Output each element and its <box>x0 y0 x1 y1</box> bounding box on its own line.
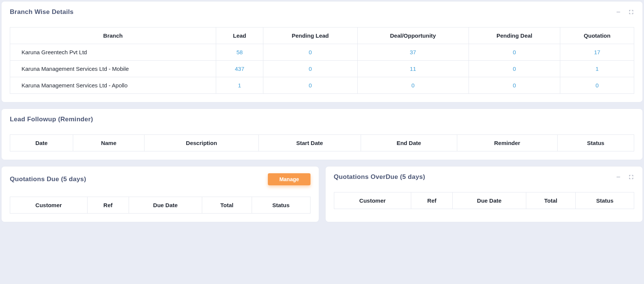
link-value[interactable]: 437 <box>235 66 244 72</box>
card-title: Quotations OverDue (5 days) <box>334 173 425 181</box>
cell-pending-deal[interactable]: 0 <box>469 61 560 77</box>
followup-table: Date Name Description Start Date End Dat… <box>10 134 634 151</box>
col-total: Total <box>202 197 252 214</box>
link-value[interactable]: 0 <box>596 82 599 89</box>
col-description: Description <box>144 135 258 151</box>
col-total: Total <box>526 192 576 209</box>
cell-lead[interactable]: 58 <box>216 44 263 61</box>
quotation-row: Quotations Due (5 days) Manage Customer … <box>2 166 642 222</box>
cell-pending-deal[interactable]: 0 <box>469 44 560 61</box>
lead-followup-card: Lead Followup (Reminder) Date Name Descr… <box>2 109 642 160</box>
cell-pending-lead[interactable]: 0 <box>263 77 357 94</box>
link-value[interactable]: 0 <box>309 82 312 89</box>
table-header-row: Branch Lead Pending Lead Deal/Opportunit… <box>10 27 634 44</box>
card-header: Quotations Due (5 days) Manage <box>10 173 310 185</box>
minimize-icon[interactable] <box>615 174 621 180</box>
col-deal: Deal/Opportunity <box>357 27 469 44</box>
col-customer: Customer <box>10 197 88 214</box>
col-quotation: Quotation <box>560 27 634 44</box>
cell-deal[interactable]: 0 <box>357 77 469 94</box>
cell-pending-lead[interactable]: 0 <box>263 61 357 77</box>
card-title: Quotations Due (5 days) <box>10 176 86 183</box>
cell-branch: Karuna Management Services Ltd - Apollo <box>10 77 216 94</box>
col-date: Date <box>10 135 73 151</box>
col-ref: Ref <box>411 192 453 209</box>
card-title: Lead Followup (Reminder) <box>10 116 93 123</box>
card-actions <box>615 9 634 15</box>
link-value[interactable]: 0 <box>513 66 516 72</box>
card-header: Branch Wise Details <box>10 8 634 16</box>
link-value[interactable]: 0 <box>309 49 312 55</box>
card-title: Branch Wise Details <box>10 8 74 16</box>
col-lead: Lead <box>216 27 263 44</box>
col-branch: Branch <box>10 27 216 44</box>
branch-table: Branch Lead Pending Lead Deal/Opportunit… <box>10 27 634 94</box>
link-value[interactable]: 0 <box>513 49 516 55</box>
cell-quotation[interactable]: 17 <box>560 44 634 61</box>
link-value[interactable]: 58 <box>237 49 243 55</box>
quotations-due-table: Customer Ref Due Date Total Status <box>10 197 310 214</box>
col-pending-deal: Pending Deal <box>469 27 560 44</box>
col-status: Status <box>557 135 634 151</box>
table-header-row: Customer Ref Due Date Total Status <box>10 197 310 214</box>
col-end-date: End Date <box>361 135 457 151</box>
link-value[interactable]: 1 <box>238 82 241 89</box>
cell-lead[interactable]: 1 <box>216 77 263 94</box>
link-value[interactable]: 17 <box>594 49 600 55</box>
link-value[interactable]: 0 <box>513 82 516 89</box>
cell-deal[interactable]: 37 <box>357 44 469 61</box>
link-value[interactable]: 0 <box>411 82 414 89</box>
quotations-overdue-card: Quotations OverDue (5 days) Customer Ref… <box>326 166 643 222</box>
link-value[interactable]: 1 <box>596 66 599 72</box>
table-row: Karuna Management Services Ltd - Apollo … <box>10 77 634 94</box>
col-name: Name <box>73 135 144 151</box>
col-reminder: Reminder <box>457 135 557 151</box>
col-due-date: Due Date <box>453 192 526 209</box>
col-start-date: Start Date <box>258 135 361 151</box>
cell-quotation[interactable]: 1 <box>560 61 634 77</box>
cell-pending-deal[interactable]: 0 <box>469 77 560 94</box>
table-row: Karuna Management Services Ltd - Mobile … <box>10 61 634 77</box>
quotations-due-card: Quotations Due (5 days) Manage Customer … <box>2 166 319 222</box>
col-status: Status <box>576 192 634 209</box>
expand-icon[interactable] <box>628 174 634 180</box>
col-customer: Customer <box>334 192 411 209</box>
link-value[interactable]: 0 <box>309 66 312 72</box>
col-due-date: Due Date <box>129 197 202 214</box>
cell-deal[interactable]: 11 <box>357 61 469 77</box>
table-header-row: Date Name Description Start Date End Dat… <box>10 135 634 151</box>
cell-quotation[interactable]: 0 <box>560 77 634 94</box>
link-value[interactable]: 11 <box>410 66 416 72</box>
card-header: Lead Followup (Reminder) <box>10 116 634 123</box>
card-actions <box>615 174 634 180</box>
col-pending-lead: Pending Lead <box>263 27 357 44</box>
table-header-row: Customer Ref Due Date Total Status <box>334 192 634 209</box>
card-header: Quotations OverDue (5 days) <box>334 173 635 181</box>
cell-pending-lead[interactable]: 0 <box>263 44 357 61</box>
expand-icon[interactable] <box>628 9 634 15</box>
manage-button[interactable]: Manage <box>268 173 310 185</box>
cell-lead[interactable]: 437 <box>216 61 263 77</box>
quotations-overdue-table: Customer Ref Due Date Total Status <box>334 192 635 209</box>
branch-wise-card: Branch Wise Details Branch Lead Pending … <box>2 2 642 102</box>
link-value[interactable]: 37 <box>410 49 416 55</box>
minimize-icon[interactable] <box>615 9 621 15</box>
col-ref: Ref <box>87 197 129 214</box>
table-row: Karuna Greentech Pvt Ltd 58 0 37 0 17 <box>10 44 634 61</box>
cell-branch: Karuna Management Services Ltd - Mobile <box>10 61 216 77</box>
col-status: Status <box>252 197 310 214</box>
cell-branch: Karuna Greentech Pvt Ltd <box>10 44 216 61</box>
